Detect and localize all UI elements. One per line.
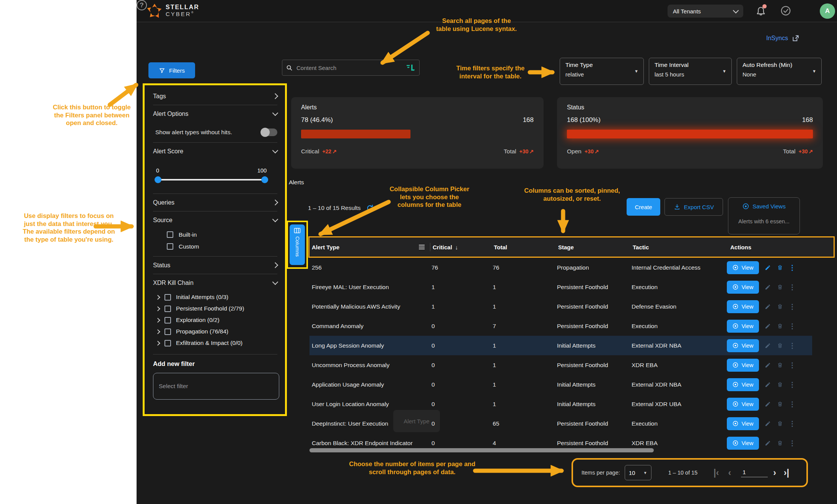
kill-chain-item[interactable]: Persistent Foothold (2/79) [153, 303, 277, 314]
checkbox[interactable] [167, 231, 173, 238]
edit-pencil-icon[interactable] [764, 362, 771, 369]
column-picker-button[interactable]: Columns [290, 224, 305, 265]
column-header-alert-type[interactable]: Alert Type [309, 243, 430, 251]
kill-chain-item[interactable]: Initial Attempts (0/3) [153, 291, 277, 303]
last-page-button[interactable]: ›| [784, 468, 789, 477]
notifications-bell-icon[interactable] [755, 5, 767, 16]
filter-section-tags[interactable]: Tags [153, 88, 277, 105]
view-button[interactable]: View [727, 300, 759, 313]
delete-trash-icon[interactable] [777, 381, 783, 388]
show-alert-types-toggle[interactable] [261, 128, 277, 136]
more-actions-kebab-icon[interactable]: ⋮ [789, 342, 796, 349]
expand-chevron-icon[interactable] [155, 306, 160, 311]
view-button[interactable]: View [727, 339, 759, 352]
sort-desc-icon[interactable]: ↓ [455, 244, 458, 250]
edit-pencil-icon[interactable] [764, 303, 771, 310]
filter-section-alert-options[interactable]: Alert Options [153, 105, 277, 122]
edit-pencil-icon[interactable] [764, 323, 771, 330]
filter-section-source[interactable]: Source [153, 211, 277, 229]
more-actions-kebab-icon[interactable]: ⋮ [789, 362, 796, 369]
column-header-total[interactable]: Total [492, 244, 556, 250]
create-button[interactable]: Create [627, 198, 660, 216]
edit-pencil-icon[interactable] [764, 420, 771, 427]
filter-section-kill-chain[interactable]: XDR Kill Chain [153, 274, 277, 291]
table-row[interactable]: Uncommon Process Anomaly01Persistent Foo… [309, 355, 812, 375]
more-actions-kebab-icon[interactable]: ⋮ [789, 381, 796, 388]
checkbox[interactable] [167, 243, 173, 250]
first-page-button[interactable]: |‹ [713, 468, 719, 477]
delete-trash-icon[interactable] [777, 362, 783, 369]
filter-section-status[interactable]: Status [153, 257, 277, 274]
checkbox[interactable] [164, 328, 171, 335]
view-button[interactable]: View [727, 281, 759, 294]
edit-pencil-icon[interactable] [764, 440, 771, 447]
column-header-stage[interactable]: Stage [556, 244, 630, 250]
saved-views[interactable]: Saved Views Alerts with 6 essen... [728, 197, 800, 234]
kill-chain-item[interactable]: Propagation (76/84) [153, 326, 277, 337]
view-button[interactable]: View [727, 437, 759, 450]
table-row[interactable]: Potentially Malicious AWS Activity11Pers… [309, 297, 812, 316]
more-actions-kebab-icon[interactable]: ⋮ [789, 440, 796, 447]
column-menu-icon[interactable] [419, 245, 425, 249]
tenant-selector[interactable]: All Tenants [668, 5, 743, 18]
table-row[interactable]: Application Usage Anomaly01Initial Attem… [309, 375, 812, 394]
kill-chain-item[interactable]: Exfiltration & Impact (0/0) [153, 337, 277, 349]
delete-trash-icon[interactable] [777, 420, 783, 427]
prev-page-button[interactable]: ‹ [728, 468, 731, 477]
more-actions-kebab-icon[interactable]: ⋮ [789, 303, 796, 310]
help-icon[interactable]: ? [137, 0, 147, 10]
view-button[interactable]: View [727, 359, 759, 372]
delete-trash-icon[interactable] [777, 342, 783, 349]
more-actions-kebab-icon[interactable]: ⋮ [789, 264, 796, 271]
items-per-page-select[interactable]: 10 ▼ [625, 465, 651, 480]
view-button[interactable]: View [727, 320, 759, 333]
table-row[interactable]: DeepInstinct: User Execution065Persisten… [309, 414, 812, 433]
time-interval-select[interactable]: Time Interval last 5 hours ▼ [649, 58, 732, 85]
table-row[interactable]: Fireeye MAL: User Execution11Persistent … [309, 277, 812, 297]
more-actions-kebab-icon[interactable]: ⋮ [789, 420, 796, 427]
edit-pencil-icon[interactable] [764, 284, 771, 291]
filters-toggle-button[interactable]: Filters [148, 62, 195, 78]
column-header-tactic[interactable]: Tactic [630, 244, 728, 250]
select-filter-input[interactable] [153, 373, 279, 400]
tasks-check-icon[interactable] [780, 5, 791, 16]
view-button[interactable]: View [727, 261, 759, 274]
checkbox[interactable] [164, 340, 171, 346]
avatar[interactable]: A [820, 3, 835, 19]
export-csv-button[interactable]: Export CSV [664, 198, 723, 216]
insyncs-link[interactable]: InSyncs [766, 34, 800, 42]
refresh-icon[interactable] [366, 204, 374, 212]
delete-trash-icon[interactable] [777, 323, 783, 330]
more-actions-kebab-icon[interactable]: ⋮ [789, 401, 796, 408]
delete-trash-icon[interactable] [777, 303, 783, 310]
search-input[interactable] [296, 64, 403, 72]
checkbox[interactable] [164, 306, 171, 312]
slider-handle-min[interactable] [155, 176, 161, 183]
delete-trash-icon[interactable] [777, 284, 783, 291]
filter-section-queries[interactable]: Queries [153, 194, 277, 211]
edit-pencil-icon[interactable] [764, 342, 771, 349]
auto-refresh-select[interactable]: Auto Refresh (Min) None ▼ [737, 58, 822, 85]
view-button[interactable]: View [727, 417, 759, 430]
filter-section-alert-score[interactable]: Alert Score [153, 143, 277, 160]
time-type-select[interactable]: Time Type relative ▼ [560, 58, 644, 85]
expand-chevron-icon[interactable] [155, 329, 160, 334]
source-option-built-in[interactable]: Built-in [153, 229, 277, 241]
checkbox[interactable] [164, 317, 171, 324]
page-number-input[interactable]: 1 [741, 468, 768, 477]
delete-trash-icon[interactable] [777, 401, 783, 408]
horizontal-scrollbar[interactable] [309, 448, 654, 452]
edit-pencil-icon[interactable] [764, 401, 771, 408]
delete-trash-icon[interactable] [777, 264, 783, 271]
next-page-button[interactable]: › [773, 468, 776, 477]
table-row[interactable]: 2567676PropagationInternal Credential Ac… [309, 258, 812, 277]
view-button[interactable]: View [727, 398, 759, 411]
table-row[interactable]: Long App Session Anomaly01Initial Attemp… [309, 336, 812, 355]
expand-chevron-icon[interactable] [155, 318, 160, 323]
expand-chevron-icon[interactable] [155, 341, 160, 346]
delete-trash-icon[interactable] [777, 440, 783, 447]
more-actions-kebab-icon[interactable]: ⋮ [789, 323, 796, 330]
checkbox[interactable] [164, 294, 171, 301]
slider-handle-max[interactable] [261, 176, 268, 183]
edit-pencil-icon[interactable] [764, 381, 771, 388]
